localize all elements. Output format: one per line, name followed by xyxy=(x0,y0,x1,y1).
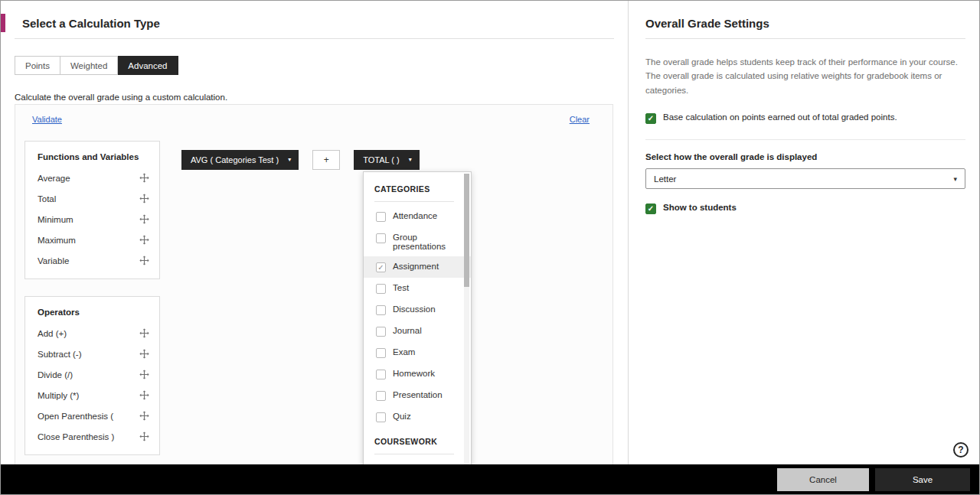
operator-item-label: Open Parenthesis ( xyxy=(38,412,113,421)
move-icon[interactable] xyxy=(139,411,150,421)
formula-chip-total[interactable]: TOTAL ( )▾ xyxy=(354,150,419,170)
function-item-variable[interactable]: Variable xyxy=(38,250,150,271)
category-option-test[interactable]: Test xyxy=(374,278,454,299)
formula-chips: AVG ( Categories Test )▾+TOTAL ( )▾ xyxy=(181,150,603,170)
category-option-journal[interactable]: Journal xyxy=(374,321,454,342)
base-points-checkbox-row[interactable]: ✓ Base calculation on points earned out … xyxy=(645,112,965,124)
clear-link[interactable]: Clear xyxy=(570,115,590,124)
category-checkbox[interactable] xyxy=(376,233,386,243)
overall-grade-settings-title: Overall Grade Settings xyxy=(645,17,965,30)
operator-item-add[interactable]: Add (+) xyxy=(38,323,150,344)
category-label: Exam xyxy=(393,347,415,357)
category-option-exam[interactable]: Exam xyxy=(374,342,454,363)
move-icon[interactable] xyxy=(139,194,150,204)
chevron-down-icon: ▾ xyxy=(409,157,412,163)
formula-canvas[interactable]: AVG ( Categories Test )▾+TOTAL ( )▾ CATE… xyxy=(181,141,603,462)
category-label: Assignment xyxy=(393,262,439,271)
category-option-homework[interactable]: Homework xyxy=(374,363,454,385)
operators-item-list: Add (+)Subtract (-)Divide (/)Multiply (*… xyxy=(38,323,150,447)
save-button[interactable]: Save xyxy=(875,468,970,491)
category-checkbox[interactable] xyxy=(376,391,386,401)
divider xyxy=(645,38,965,39)
move-icon[interactable] xyxy=(139,173,150,183)
category-label: Journal xyxy=(393,326,422,335)
category-checkbox[interactable] xyxy=(376,348,386,358)
base-points-label: Base calculation on points earned out of… xyxy=(663,112,897,122)
scrollbar-thumb[interactable] xyxy=(464,174,469,287)
functions-panel-title: Functions and Variables xyxy=(38,152,150,161)
content-area: Select a Calculation Type PointsWeighted… xyxy=(1,1,979,466)
operators-panel: Operators Add (+)Subtract (-)Divide (/)M… xyxy=(24,296,160,455)
functions-item-list: AverageTotalMinimumMaximumVariable xyxy=(38,168,150,271)
tab-advanced[interactable]: Advanced xyxy=(118,56,178,75)
function-item-average[interactable]: Average xyxy=(38,168,150,188)
custom-calculation-box: Validate Clear Functions and Variables A… xyxy=(15,104,613,466)
tab-weighted[interactable]: Weighted xyxy=(60,56,118,75)
category-option-quiz[interactable]: Quiz xyxy=(374,406,454,428)
function-item-maximum[interactable]: Maximum xyxy=(38,230,150,250)
category-checkbox[interactable] xyxy=(376,212,386,222)
category-checkbox[interactable] xyxy=(376,327,386,337)
base-points-checkbox[interactable]: ✓ xyxy=(645,113,656,124)
category-option-attendance[interactable]: Attendance xyxy=(374,206,454,227)
function-item-minimum[interactable]: Minimum xyxy=(38,209,150,230)
validate-link[interactable]: Validate xyxy=(32,115,62,124)
move-icon[interactable] xyxy=(139,256,150,265)
function-item-label: Minimum xyxy=(38,215,74,224)
accent-bar xyxy=(1,14,5,32)
category-checkbox[interactable] xyxy=(376,284,386,294)
dropdown-section-coursework: COURSEWORK xyxy=(374,434,454,454)
formula-chip-operator[interactable]: + xyxy=(312,150,340,170)
tab-points[interactable]: Points xyxy=(15,56,60,75)
page-title: Select a Calculation Type xyxy=(22,17,614,30)
category-label: Presentation xyxy=(393,390,443,399)
operator-item-divide[interactable]: Divide (/) xyxy=(38,364,150,385)
category-label: Homework xyxy=(393,369,435,378)
category-checkbox[interactable] xyxy=(376,305,386,315)
chevron-down-icon: ▾ xyxy=(288,157,291,163)
chip-label: AVG ( Categories Test ) xyxy=(191,155,279,164)
show-students-checkbox-row[interactable]: ✓ Show to students xyxy=(645,203,965,214)
category-label: Group presentations xyxy=(393,233,452,251)
move-icon[interactable] xyxy=(139,349,150,359)
operator-item-close-parenthesis[interactable]: Close Parenthesis ) xyxy=(38,426,150,447)
calc-type-tabs: PointsWeightedAdvanced xyxy=(15,56,628,75)
formula-chip-avg[interactable]: AVG ( Categories Test )▾ xyxy=(181,150,299,170)
move-icon[interactable] xyxy=(139,235,150,245)
category-option-assignment[interactable]: ✓Assignment xyxy=(364,256,471,278)
move-icon[interactable] xyxy=(139,214,150,224)
chevron-down-icon: ▾ xyxy=(953,175,957,183)
function-item-label: Average xyxy=(38,174,70,183)
category-checkbox[interactable]: ✓ xyxy=(376,262,386,272)
move-icon[interactable] xyxy=(139,431,150,441)
category-label: Discussion xyxy=(393,304,436,314)
grade-display-select[interactable]: Letter ▾ xyxy=(645,168,965,189)
function-item-total[interactable]: Total xyxy=(38,188,150,209)
category-option-discussion[interactable]: Discussion xyxy=(374,299,454,321)
category-label: Quiz xyxy=(393,412,411,421)
category-checkbox[interactable] xyxy=(376,412,386,422)
category-option-presentation[interactable]: Presentation xyxy=(374,385,454,406)
function-item-label: Total xyxy=(38,194,56,204)
operator-item-label: Subtract (-) xyxy=(38,350,82,359)
dropdown-section-categories: CATEGORIES xyxy=(374,181,454,202)
operator-item-label: Multiply (*) xyxy=(38,391,79,400)
category-label: Attendance xyxy=(393,211,437,220)
chip-label: TOTAL ( ) xyxy=(363,155,399,164)
categories-dropdown-content: CATEGORIESAttendanceGroup presentations✓… xyxy=(364,172,471,466)
move-icon[interactable] xyxy=(139,390,150,400)
category-option-group-presentations[interactable]: Group presentations xyxy=(374,227,454,256)
category-label: Test xyxy=(393,283,409,292)
move-icon[interactable] xyxy=(139,328,150,338)
show-students-checkbox[interactable]: ✓ xyxy=(645,204,656,214)
overall-grade-description: The overall grade helps students keep tr… xyxy=(645,55,965,97)
divider xyxy=(645,139,965,140)
help-icon[interactable]: ? xyxy=(953,442,969,458)
operator-item-open-parenthesis[interactable]: Open Parenthesis ( xyxy=(38,405,150,426)
move-icon[interactable] xyxy=(139,370,150,379)
cancel-button[interactable]: Cancel xyxy=(777,468,869,491)
operator-item-subtract[interactable]: Subtract (-) xyxy=(38,344,150,364)
operator-item-multiply[interactable]: Multiply (*) xyxy=(38,385,150,405)
category-checkbox[interactable] xyxy=(376,370,386,379)
dropdown-scrollbar[interactable] xyxy=(464,174,469,464)
